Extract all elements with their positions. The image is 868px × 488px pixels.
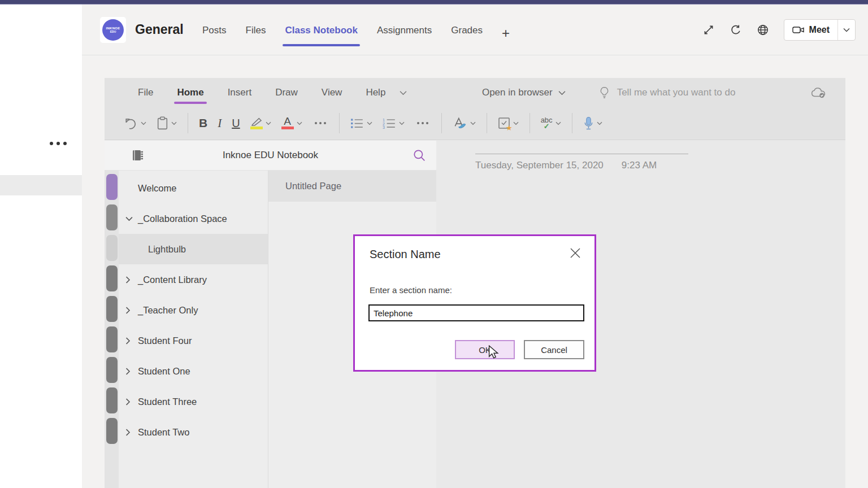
- toolbar-divider: [339, 113, 340, 133]
- section-lightbulb[interactable]: Lightbulb: [119, 234, 268, 264]
- paste-button[interactable]: [151, 116, 182, 130]
- dialog-title: Section Name: [370, 248, 441, 261]
- section-tab-marker: [106, 357, 118, 383]
- undo-button[interactable]: [119, 117, 151, 129]
- section-student-one[interactable]: Student One: [119, 356, 268, 386]
- tab-class-notebook[interactable]: Class Notebook: [285, 25, 357, 44]
- section-name-label: Enter a section name:: [370, 285, 452, 295]
- section-student-two[interactable]: Student Two: [119, 417, 268, 447]
- tab-grades[interactable]: Grades: [451, 25, 483, 44]
- more-lists-button[interactable]: [410, 122, 436, 124]
- open-in-browser-button[interactable]: Open in browser: [482, 87, 566, 98]
- cancel-button[interactable]: Cancel: [524, 340, 584, 359]
- section-label: Student Four: [138, 336, 192, 346]
- underline-label: U: [232, 117, 240, 130]
- onenote-ribbon: File Home Insert Draw View Help Open in …: [105, 78, 845, 140]
- section-name-input[interactable]: [368, 304, 584, 321]
- menu-insert[interactable]: Insert: [216, 84, 264, 102]
- close-icon[interactable]: [568, 246, 582, 260]
- styles-button[interactable]: [448, 116, 481, 130]
- page-untitled[interactable]: Untitled Page: [268, 171, 436, 202]
- chevron-down-icon: [513, 121, 519, 125]
- header-actions: Meet: [702, 19, 856, 41]
- numbered-list-button[interactable]: 123: [377, 117, 410, 129]
- page-label: Untitled Page: [285, 181, 341, 191]
- tab-posts[interactable]: Posts: [202, 25, 227, 44]
- more-options-icon[interactable]: [50, 142, 67, 145]
- meet-dropdown[interactable]: [837, 20, 855, 40]
- styles-icon: [453, 116, 467, 130]
- bullet-list-icon: [350, 117, 364, 129]
- tab-files[interactable]: Files: [246, 25, 266, 44]
- meet-main[interactable]: Meet: [784, 25, 837, 35]
- cloud-synced-icon: [810, 86, 826, 99]
- page-time: 9:23 AM: [622, 160, 657, 171]
- chevron-down-icon: [141, 121, 146, 125]
- chevron-down-icon: [843, 28, 850, 32]
- notebook-header[interactable]: Inknoe EDU Notebook: [105, 141, 436, 171]
- lightbulb-icon: [600, 86, 609, 99]
- menu-draw[interactable]: Draw: [263, 84, 310, 102]
- globe-icon[interactable]: [757, 24, 769, 36]
- bold-label: B: [199, 116, 207, 130]
- spelling-button[interactable]: abc ✓: [536, 117, 566, 129]
- chevron-down-icon[interactable]: [125, 216, 133, 221]
- bullet-list-button[interactable]: [345, 117, 377, 129]
- section-label: Welcome: [138, 183, 176, 194]
- meet-button[interactable]: Meet: [784, 19, 856, 41]
- tab-assignments[interactable]: Assignments: [377, 25, 432, 44]
- menu-view[interactable]: View: [310, 84, 354, 102]
- chevron-right-icon[interactable]: [125, 429, 133, 436]
- section-student-three[interactable]: Student Three: [119, 386, 268, 417]
- menu-file[interactable]: File: [126, 84, 165, 102]
- section-label: _Teacher Only: [138, 305, 198, 316]
- channel-tabs: Posts Files Class Notebook Assignments G…: [202, 25, 510, 44]
- chevron-right-icon[interactable]: [125, 337, 133, 345]
- section-tab-marker: [106, 235, 118, 261]
- channel-avatar: INKNOEEDU: [100, 17, 126, 43]
- svg-text:3: 3: [383, 125, 385, 129]
- expand-icon[interactable]: [702, 24, 715, 36]
- section-label: Lightbulb: [148, 244, 186, 255]
- undo-icon: [124, 117, 138, 129]
- open-in-browser-label: Open in browser: [482, 87, 553, 98]
- rail-selected-item[interactable]: [0, 175, 82, 195]
- toolbar-divider: [487, 113, 487, 133]
- chevron-right-icon[interactable]: [125, 307, 133, 314]
- tag-icon: ★: [498, 117, 510, 129]
- chevron-down-icon: [266, 121, 271, 125]
- add-tab-button[interactable]: +: [502, 25, 510, 41]
- section-welcome[interactable]: Welcome: [119, 173, 268, 203]
- chevron-right-icon[interactable]: [125, 276, 133, 284]
- menu-home[interactable]: Home: [165, 84, 215, 102]
- highlight-button[interactable]: [245, 117, 276, 129]
- chevron-right-icon[interactable]: [125, 398, 133, 406]
- chevron-down-icon: [367, 121, 372, 125]
- chevron-down-icon: [171, 121, 177, 125]
- refresh-icon[interactable]: [730, 24, 742, 36]
- dictate-button[interactable]: [578, 116, 607, 130]
- bold-button[interactable]: B: [194, 116, 212, 130]
- section-list: Welcome _Collaboration Space Lightbulb _…: [119, 171, 268, 488]
- underline-button[interactable]: U: [227, 117, 245, 130]
- screen: INKNOEEDU General Posts Files Class Note…: [0, 0, 868, 488]
- page-title-rule: [475, 154, 688, 154]
- section-tab-marker: [106, 418, 118, 444]
- font-color-button[interactable]: A: [276, 117, 307, 129]
- ribbon-overflow-chevron-icon[interactable]: [400, 90, 407, 95]
- ok-button[interactable]: OK: [455, 340, 515, 359]
- chevron-right-icon[interactable]: [125, 368, 133, 375]
- paste-icon: [157, 116, 168, 130]
- section-content-library[interactable]: _Content Library: [119, 264, 268, 295]
- ribbon-menu-row: File Home Insert Draw View Help Open in …: [105, 78, 845, 107]
- font-color-icon: A: [281, 117, 294, 129]
- search-icon[interactable]: [413, 149, 426, 162]
- tag-button[interactable]: ★: [493, 117, 524, 129]
- italic-button[interactable]: I: [212, 116, 227, 130]
- section-collaboration-space[interactable]: _Collaboration Space: [119, 203, 268, 234]
- menu-help[interactable]: Help: [354, 84, 397, 102]
- more-formatting-button[interactable]: [307, 122, 333, 124]
- section-student-four[interactable]: Student Four: [119, 325, 268, 356]
- section-teacher-only[interactable]: _Teacher Only: [119, 295, 268, 325]
- tell-me-search[interactable]: Tell me what you want to do: [600, 86, 736, 99]
